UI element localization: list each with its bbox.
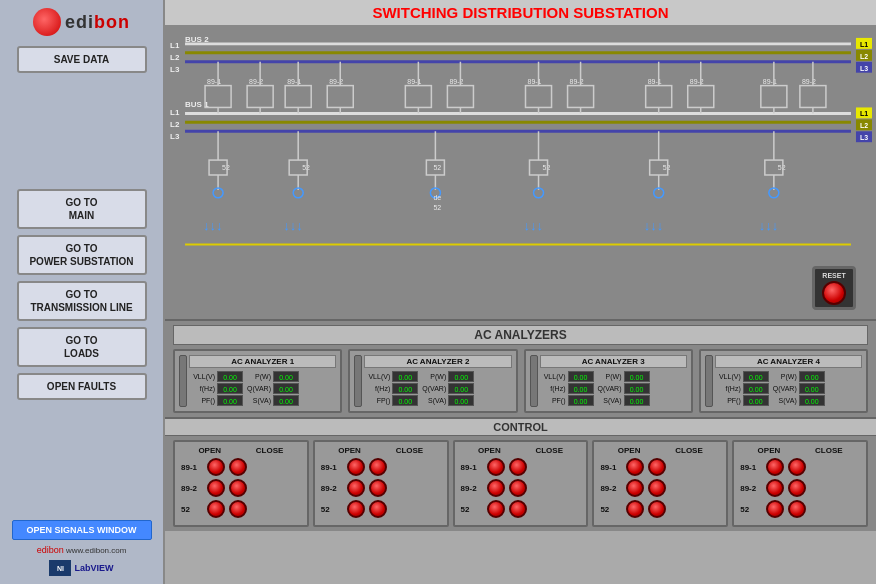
ctrl-label-89-1-p5: 89-1 [740, 463, 762, 472]
save-data-button[interactable]: SAVE DATA [17, 46, 147, 73]
ctrl-close-52-p5[interactable] [788, 500, 806, 518]
diagram-svg: L1 L2 L3 BUS 2 L1 L2 L3 L1 L2 L3 BUS 1 [165, 26, 876, 319]
ctrl-close-89-2-p5[interactable] [788, 479, 806, 497]
ac3-pf-label: PF() [540, 397, 566, 404]
ctrl-open-89-1-p4[interactable] [626, 458, 644, 476]
ctrl-close-89-1-p3[interactable] [509, 458, 527, 476]
ac-analyzer-3: AC ANALYZER 3 VLL(V) 0.00 P(W) 0.00 f(Hz… [524, 349, 693, 413]
ctrl-close-89-1-p1[interactable] [229, 458, 247, 476]
goto-power-button[interactable]: GO TO POWER SUBSTATION [17, 235, 147, 275]
ac1-pw-value: 0.00 [273, 371, 299, 382]
ctrl-label-89-2-p5: 89-2 [740, 484, 762, 493]
control-row-89-1-p2: 89-1 [321, 458, 441, 476]
reset-button[interactable]: RESET [812, 266, 856, 310]
goto-transmission-button[interactable]: GO TO TRANSMISSION LINE [17, 281, 147, 321]
control-panel-2: OPEN CLOSE 89-1 89-2 [313, 440, 449, 527]
labview-logo: NI LabVIEW [49, 560, 113, 576]
ctrl-label-89-2-p2: 89-2 [321, 484, 343, 493]
ac1-pf-label: PF() [189, 397, 215, 404]
svg-text:52: 52 [433, 204, 441, 211]
ctrl-close-52-p2[interactable] [369, 500, 387, 518]
svg-text:L2: L2 [170, 53, 180, 62]
ctrl-open-89-2-p1[interactable] [207, 479, 225, 497]
ac2-fhz-value: 0.00 [392, 383, 418, 394]
ctrl-open-89-1-p3[interactable] [487, 458, 505, 476]
open-faults-button[interactable]: OPEN FAULTS [17, 373, 147, 400]
open-signals-button[interactable]: OPEN SIGNALS WINDOW [12, 520, 152, 540]
ctrl-open-89-1-p1[interactable] [207, 458, 225, 476]
ctrl-open-label-3: OPEN [478, 446, 501, 455]
ctrl-open-89-2-p2[interactable] [347, 479, 365, 497]
ctrl-label-52-p4: 52 [600, 505, 622, 514]
edibon-website: edibon www.edibon.com [37, 545, 127, 555]
ac1-fhz-value: 0.00 [217, 383, 243, 394]
ac1-fhz-label: f(Hz) [189, 385, 215, 392]
control-panel-3: OPEN CLOSE 89-1 89-2 [453, 440, 589, 527]
ac-section-title: AC ANALYZERS [173, 325, 868, 345]
ctrl-close-89-2-p2[interactable] [369, 479, 387, 497]
ctrl-open-52-p3[interactable] [487, 500, 505, 518]
ac-analyzer-4-title: AC ANALYZER 4 [715, 355, 862, 368]
ctrl-close-89-2-p4[interactable] [648, 479, 666, 497]
ac2-qvar-value: 0.00 [448, 383, 474, 394]
ctrl-label-89-2-p3: 89-2 [461, 484, 483, 493]
ctrl-open-52-p5[interactable] [766, 500, 784, 518]
ac1-qvar-label: Q(VAR) [245, 385, 271, 392]
ac1-vll-value: 0.00 [217, 371, 243, 382]
svg-text:89-1: 89-1 [287, 78, 301, 85]
ctrl-open-89-1-p2[interactable] [347, 458, 365, 476]
goto-loads-button[interactable]: GO TO LOADS [17, 327, 147, 367]
ctrl-close-89-1-p5[interactable] [788, 458, 806, 476]
control-title: CONTROL [165, 419, 876, 436]
ctrl-label-52-p1: 52 [181, 505, 203, 514]
ctrl-close-label-4: CLOSE [675, 446, 703, 455]
control-panel-1: OPEN CLOSE 89-1 89-2 [173, 440, 309, 527]
svg-text:89-1: 89-1 [648, 78, 662, 85]
svg-text:L1: L1 [170, 108, 180, 117]
ctrl-close-89-2-p3[interactable] [509, 479, 527, 497]
ac3-vll-label: VLL(V) [540, 373, 566, 380]
reset-circle [822, 281, 846, 305]
main-area: SWITCHING DISTRIBUTION SUBSTATION L1 L2 … [165, 0, 876, 584]
ctrl-open-89-1-p5[interactable] [766, 458, 784, 476]
ac-analyzer-1-title: AC ANALYZER 1 [189, 355, 336, 368]
ctrl-close-52-p3[interactable] [509, 500, 527, 518]
ac1-sva-label: S(VA) [245, 397, 271, 404]
edibon-logo-text: edibon [65, 12, 130, 33]
ac-section: AC ANALYZERS AC ANALYZER 1 VLL(V) 0.00 [165, 321, 876, 417]
goto-main-button[interactable]: GO TO MAIN [17, 189, 147, 229]
ctrl-open-52-p1[interactable] [207, 500, 225, 518]
ac4-sva-label: S(VA) [771, 397, 797, 404]
ctrl-open-89-2-p4[interactable] [626, 479, 644, 497]
ac4-vll-label: VLL(V) [715, 373, 741, 380]
ac2-pw-value: 0.00 [448, 371, 474, 382]
ctrl-close-89-1-p4[interactable] [648, 458, 666, 476]
svg-text:52: 52 [222, 164, 230, 171]
ctrl-close-89-2-p1[interactable] [229, 479, 247, 497]
ctrl-close-label-5: CLOSE [815, 446, 843, 455]
ctrl-open-52-p4[interactable] [626, 500, 644, 518]
control-row-89-1-p5: 89-1 [740, 458, 860, 476]
ctrl-close-52-p4[interactable] [648, 500, 666, 518]
ac4-fhz-value: 0.00 [743, 383, 769, 394]
ctrl-open-label-2: OPEN [338, 446, 361, 455]
ctrl-open-label-1: OPEN [198, 446, 221, 455]
ctrl-open-52-p2[interactable] [347, 500, 365, 518]
control-panel-4: OPEN CLOSE 89-1 89-2 [592, 440, 728, 527]
ac4-pw-label: P(W) [771, 373, 797, 380]
svg-text:↓↓↓: ↓↓↓ [203, 218, 223, 233]
ac-analyzers-row: AC ANALYZER 1 VLL(V) 0.00 P(W) 0.00 f(Hz… [173, 349, 868, 413]
ctrl-close-52-p1[interactable] [229, 500, 247, 518]
ac1-sva-value: 0.00 [273, 395, 299, 406]
ctrl-close-label-1: CLOSE [256, 446, 284, 455]
ac4-sva-value: 0.00 [799, 395, 825, 406]
sidebar: edibon SAVE DATA GO TO MAIN GO TO POWER … [0, 0, 165, 584]
ctrl-open-label-4: OPEN [618, 446, 641, 455]
labview-text: LabVIEW [74, 563, 113, 573]
ctrl-open-89-2-p5[interactable] [766, 479, 784, 497]
ctrl-close-89-1-p2[interactable] [369, 458, 387, 476]
ctrl-open-89-2-p3[interactable] [487, 479, 505, 497]
ctrl-label-89-2-p4: 89-2 [600, 484, 622, 493]
control-section: CONTROL OPEN CLOSE 89-1 [165, 417, 876, 531]
ctrl-close-label-3: CLOSE [535, 446, 563, 455]
